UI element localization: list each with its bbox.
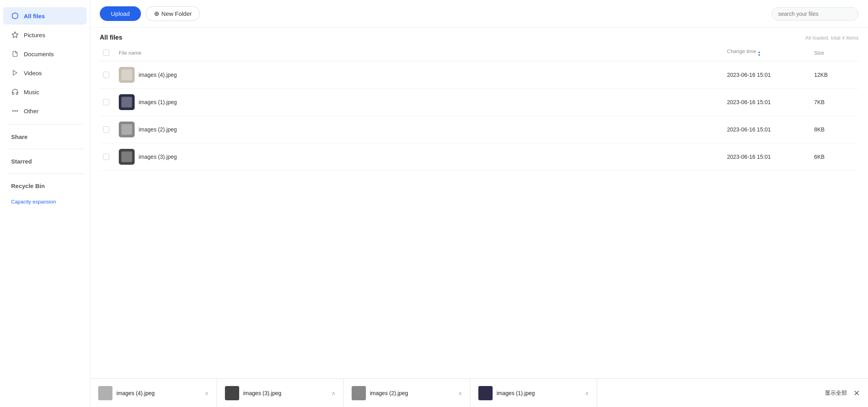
svg-point-3 xyxy=(15,110,15,111)
sidebar-documents-label: Documents xyxy=(24,51,54,57)
sidebar-item-music[interactable]: Music xyxy=(3,83,87,101)
svg-point-2 xyxy=(13,110,13,111)
bottom-bar-item[interactable]: images (1).jpeg ∧ xyxy=(470,379,597,407)
row-checkbox[interactable] xyxy=(103,99,109,105)
bottom-bar-item[interactable]: images (3).jpeg ∧ xyxy=(217,379,344,407)
sidebar-item-starred[interactable]: Starred xyxy=(3,154,87,169)
row-checkbox-cell xyxy=(100,143,116,171)
svg-marker-1 xyxy=(13,70,17,75)
bottom-item-label: images (3).jpeg xyxy=(243,390,327,396)
sidebar-other-label: Other xyxy=(24,108,39,114)
bottom-bar-item[interactable]: images (2).jpeg ∧ xyxy=(344,379,470,407)
file-name-label: images (3).jpeg xyxy=(139,154,177,160)
close-bottom-bar-button[interactable]: ✕ xyxy=(853,388,860,398)
svg-rect-5 xyxy=(122,70,132,80)
file-table-head: File name Change time ▲▼ Size xyxy=(100,44,858,61)
table-row[interactable]: images (3).jpeg 2023-06-16 15:01 6KB xyxy=(100,143,858,171)
bottom-item-chevron-icon[interactable]: ∧ xyxy=(458,390,462,396)
file-table: File name Change time ▲▼ Size xyxy=(100,44,858,171)
sidebar-item-videos[interactable]: Videos xyxy=(3,64,87,82)
sidebar-music-label: Music xyxy=(24,89,39,95)
new-folder-button[interactable]: ⊕ New Folder xyxy=(146,6,200,21)
bottom-item-thumbnail xyxy=(98,386,112,400)
sidebar-item-share[interactable]: Share xyxy=(3,129,87,144)
bottom-item-thumbnail xyxy=(478,386,493,400)
col-size-label: Size xyxy=(814,50,824,56)
row-time-cell: 2023-06-16 15:01 xyxy=(724,61,811,89)
sidebar-item-documents[interactable]: Documents xyxy=(3,45,87,63)
svg-rect-8 xyxy=(122,152,132,162)
col-header-filename: File name xyxy=(116,44,724,61)
sidebar-starred-label: Starred xyxy=(11,158,32,165)
file-section-title: All files xyxy=(100,34,122,41)
sidebar-divider-3 xyxy=(6,173,84,174)
toolbar: Upload ⊕ New Folder xyxy=(90,0,868,28)
file-section: All files All loaded, total 4 items File… xyxy=(90,28,868,378)
capacity-expansion-link[interactable]: Capacity expansion xyxy=(3,195,87,209)
row-size-cell: 6KB xyxy=(811,143,858,171)
pictures-icon xyxy=(11,31,19,39)
music-icon xyxy=(11,88,19,96)
col-filename-label: File name xyxy=(119,50,141,56)
row-checkbox[interactable] xyxy=(103,72,109,78)
sidebar-share-label: Share xyxy=(11,133,28,140)
svg-rect-6 xyxy=(122,97,132,108)
new-folder-label: New Folder xyxy=(162,10,192,17)
file-table-body: images (4).jpeg 2023-06-16 15:01 12KB im… xyxy=(100,61,858,171)
new-folder-icon: ⊕ xyxy=(154,10,159,17)
bottom-items-container: images (4).jpeg ∧ images (3).jpeg ∧ imag… xyxy=(90,379,817,407)
bottom-item-thumbnail xyxy=(225,386,239,400)
sidebar-videos-label: Videos xyxy=(24,70,42,76)
sidebar-item-other[interactable]: Other xyxy=(3,102,87,120)
sidebar-item-pictures[interactable]: Pictures xyxy=(3,26,87,44)
sidebar-pictures-label: Pictures xyxy=(24,32,45,38)
file-name-label: images (1).jpeg xyxy=(139,99,177,105)
show-all-button[interactable]: 显示全部 xyxy=(825,390,847,397)
file-name-label: images (4).jpeg xyxy=(139,72,177,78)
select-all-checkbox[interactable] xyxy=(103,49,109,56)
sidebar-item-all-files[interactable]: All files xyxy=(3,7,87,25)
row-checkbox[interactable] xyxy=(103,154,109,160)
row-size-cell: 7KB xyxy=(811,89,858,116)
table-row[interactable]: images (1).jpeg 2023-06-16 15:01 7KB xyxy=(100,89,858,116)
sort-arrows-icon: ▲▼ xyxy=(758,51,761,57)
table-row[interactable]: images (2).jpeg 2023-06-16 15:01 8KB xyxy=(100,116,858,143)
bottom-item-chevron-icon[interactable]: ∧ xyxy=(205,390,209,396)
sidebar-divider-2 xyxy=(6,149,84,149)
bottom-item-chevron-icon[interactable]: ∧ xyxy=(331,390,335,396)
bottom-bar-item[interactable]: images (4).jpeg ∧ xyxy=(90,379,217,407)
col-header-size: Size xyxy=(811,44,858,61)
row-name-cell: images (2).jpeg xyxy=(116,116,724,143)
svg-point-4 xyxy=(17,110,17,111)
row-size-cell: 8KB xyxy=(811,116,858,143)
other-icon xyxy=(11,107,19,115)
row-name-cell: images (1).jpeg xyxy=(116,89,724,116)
sidebar-item-recycle-bin[interactable]: Recycle Bin xyxy=(3,179,87,193)
col-header-checkbox xyxy=(100,44,116,61)
bottom-item-label: images (1).jpeg xyxy=(497,390,581,396)
row-checkbox-cell xyxy=(100,61,116,89)
all-files-icon xyxy=(11,12,19,20)
row-time-cell: 2023-06-16 15:01 xyxy=(724,116,811,143)
file-thumbnail xyxy=(119,94,135,110)
bottom-right: 显示全部 ✕ xyxy=(817,379,868,407)
row-time-cell: 2023-06-16 15:01 xyxy=(724,89,811,116)
col-change-time-label: Change time xyxy=(727,48,756,54)
table-row[interactable]: images (4).jpeg 2023-06-16 15:01 12KB xyxy=(100,61,858,89)
sidebar-all-files-label: All files xyxy=(24,13,45,19)
row-checkbox[interactable] xyxy=(103,126,109,133)
svg-rect-7 xyxy=(122,124,132,135)
total-label: All loaded, total 4 items xyxy=(805,35,858,41)
sidebar-divider-1 xyxy=(6,124,84,125)
row-time-cell: 2023-06-16 15:01 xyxy=(724,143,811,171)
row-size-cell: 12KB xyxy=(811,61,858,89)
row-checkbox-cell xyxy=(100,89,116,116)
row-checkbox-cell xyxy=(100,116,116,143)
file-thumbnail xyxy=(119,67,135,83)
videos-icon xyxy=(11,69,19,77)
sidebar: All files Pictures Documents xyxy=(0,0,90,407)
upload-button[interactable]: Upload xyxy=(100,6,141,21)
col-header-change-time[interactable]: Change time ▲▼ xyxy=(724,44,811,61)
bottom-item-chevron-icon[interactable]: ∧ xyxy=(585,390,589,396)
search-input[interactable] xyxy=(771,7,858,21)
